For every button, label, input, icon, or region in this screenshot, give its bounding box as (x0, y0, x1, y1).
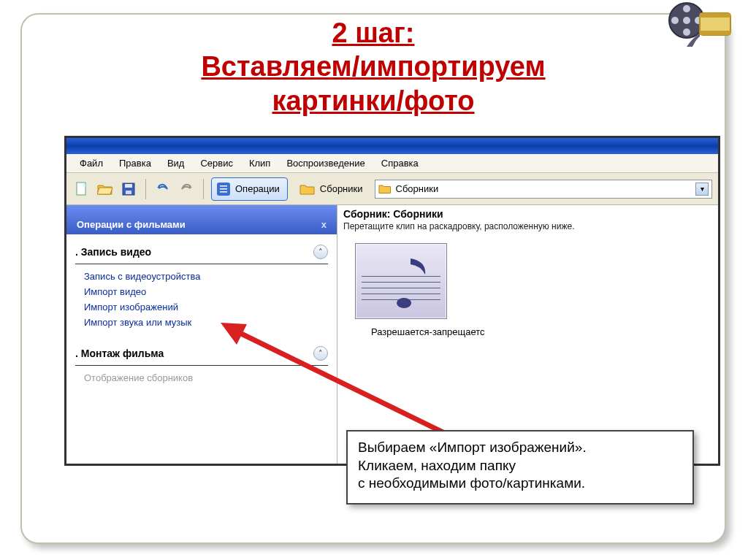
list-icon (216, 182, 231, 196)
collapse-up-icon[interactable]: ˄ (313, 245, 328, 259)
section1-label: Запись видео (81, 246, 151, 258)
redo-icon[interactable] (177, 180, 196, 199)
operations-button[interactable]: Операции (211, 177, 288, 201)
svg-point-14 (671, 17, 679, 24)
chevron-down-icon[interactable]: ▾ (695, 183, 709, 196)
collapse-up-icon-2[interactable]: ˄ (313, 346, 328, 361)
task-pane-title: Операции с фильмами (77, 219, 186, 230)
menu-edit[interactable]: Правка (112, 156, 159, 170)
callout-line-2: Кликаем, находим папку (358, 457, 682, 475)
collections-label: Сборники (320, 183, 363, 194)
save-icon[interactable] (119, 180, 138, 199)
collections-combo[interactable]: Сборники ▾ (375, 180, 713, 199)
collections-button[interactable]: Сборники (292, 183, 370, 196)
svg-point-12 (683, 5, 690, 12)
svg-rect-3 (126, 191, 131, 194)
collection-title: Сборник: Сборники (343, 208, 712, 220)
section-record-video[interactable]: . Запись видео ˄ (75, 242, 328, 264)
moviemaker-window: Файл Правка Вид Сервис Клип Воспроизведе… (64, 136, 720, 466)
toolbar-sep-2 (203, 179, 204, 199)
menu-bar: Файл Правка Вид Сервис Клип Воспроизведе… (66, 154, 718, 173)
svg-point-11 (683, 17, 690, 24)
music-note-icon (394, 257, 429, 308)
collection-subtitle: Перетащите клип на раскадровку, располож… (343, 220, 712, 231)
task-pane-header: Операции с фильмами x (66, 205, 337, 234)
title-line-2: Вставляем/импортируем (73, 50, 673, 83)
svg-point-13 (683, 28, 690, 36)
menu-play[interactable]: Воспроизведение (279, 156, 372, 170)
svg-rect-18 (700, 31, 730, 35)
task-pane: Операции с фильмами x . Запись видео ˄ З… (66, 205, 337, 464)
link-import-audio[interactable]: Импорт звука или музык (75, 315, 328, 330)
window-titlebar (66, 138, 718, 154)
collection-pane: Сборник: Сборники Перетащите клип на рас… (337, 205, 718, 464)
music-clip-thumb[interactable] (355, 243, 447, 319)
open-folder-icon[interactable] (96, 180, 115, 199)
menu-tools[interactable]: Сервис (193, 156, 240, 170)
svg-rect-2 (125, 184, 132, 188)
combo-value: Сборники (396, 183, 439, 194)
undo-icon[interactable] (153, 180, 172, 199)
slide-title: 2 шаг: Вставляем/импортируем картинки/фо… (22, 15, 725, 118)
svg-rect-17 (700, 13, 730, 18)
thumb-label: Разрешается-запрещаетс (355, 319, 718, 337)
link-import-images[interactable]: Импорт изображений (75, 299, 328, 315)
svg-rect-5 (220, 185, 227, 187)
instruction-callout: Выбираем «Импорт изображений». Кликаем, … (346, 430, 694, 505)
title-line-1: 2 шаг: (73, 16, 673, 50)
section-edit-movie[interactable]: . Монтаж фильма ˄ (75, 343, 328, 366)
collection-header: Сборник: Сборники Перетащите клип на рас… (337, 205, 718, 233)
menu-view[interactable]: Вид (160, 156, 192, 170)
callout-line-1: Выбираем «Импорт изображений». (358, 439, 682, 457)
thumbnail-area: Разрешается-запрещаетс (337, 233, 718, 337)
toolbar: Операции Сборники Сборники ▾ (66, 173, 718, 205)
new-file-icon[interactable] (72, 180, 91, 199)
link-show-collections[interactable]: Отображение сборников (75, 370, 328, 386)
menu-help[interactable]: Справка (374, 156, 426, 170)
title-line-3: картинки/фото (73, 84, 673, 118)
link-capture-device[interactable]: Запись с видеоустройства (75, 269, 328, 284)
toolbar-sep-1 (145, 179, 146, 199)
task-pane-body: . Запись видео ˄ Запись с видеоустройств… (66, 234, 337, 386)
folder-small-icon (378, 183, 392, 195)
task-pane-close[interactable]: x (321, 219, 327, 230)
svg-rect-7 (220, 191, 227, 193)
slide-frame: 2 шаг: Вставляем/импортируем картинки/фо… (20, 13, 726, 544)
film-reel-icon (665, 0, 735, 53)
menu-clip[interactable]: Клип (242, 156, 278, 170)
folder-icon (299, 183, 316, 196)
menu-file[interactable]: Файл (72, 156, 110, 170)
callout-line-3: с необходимыми фото/картинками. (358, 475, 682, 493)
section2-label: Монтаж фильма (81, 348, 164, 359)
content-row: Операции с фильмами x . Запись видео ˄ З… (66, 205, 718, 464)
link-import-video[interactable]: Импорт видео (75, 284, 328, 299)
svg-rect-6 (220, 188, 227, 190)
operations-label: Операции (235, 183, 280, 194)
